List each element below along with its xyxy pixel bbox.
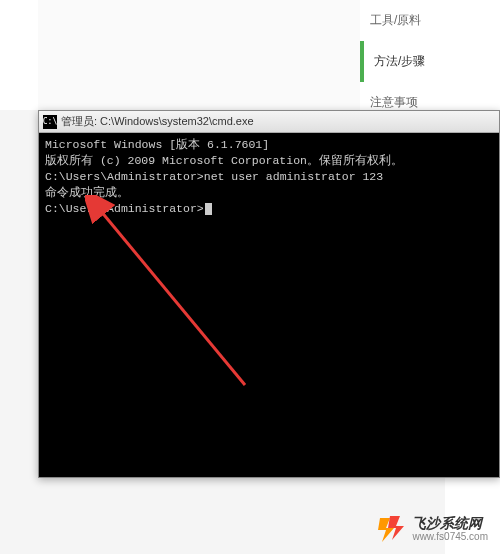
cmd-line: 版权所有 (c) 2009 Microsoft Corporation。保留所有… — [45, 153, 493, 169]
cmd-line: Microsoft Windows [版本 6.1.7601] — [45, 137, 493, 153]
cmd-line: 命令成功完成。 — [45, 185, 493, 201]
cmd-window: C:\ 管理员: C:\Windows\system32\cmd.exe Mic… — [38, 110, 500, 478]
cmd-title: 管理员: C:\Windows\system32\cmd.exe — [61, 114, 254, 129]
watermark-cn: 飞沙系统网 — [412, 516, 488, 531]
cmd-titlebar[interactable]: C:\ 管理员: C:\Windows\system32\cmd.exe — [39, 111, 499, 133]
left-margin — [0, 0, 38, 110]
watermark-logo-icon — [376, 514, 406, 544]
tab-tools[interactable]: 工具/原料 — [360, 0, 445, 41]
cmd-prompt-line: C:\Users\Administrator> — [45, 201, 493, 217]
watermark-text: 飞沙系统网 www.fs0745.com — [412, 516, 488, 542]
cursor — [205, 203, 212, 215]
cmd-icon: C:\ — [43, 115, 57, 129]
watermark-url: www.fs0745.com — [412, 531, 488, 542]
cmd-body[interactable]: Microsoft Windows [版本 6.1.7601] 版权所有 (c)… — [39, 133, 499, 477]
watermark: 飞沙系统网 www.fs0745.com — [376, 514, 488, 544]
tabs-sidebar: 工具/原料 方法/步骤 注意事项 — [360, 0, 445, 123]
cmd-line: C:\Users\Administrator>net user administ… — [45, 169, 493, 185]
tab-steps[interactable]: 方法/步骤 — [360, 41, 445, 82]
